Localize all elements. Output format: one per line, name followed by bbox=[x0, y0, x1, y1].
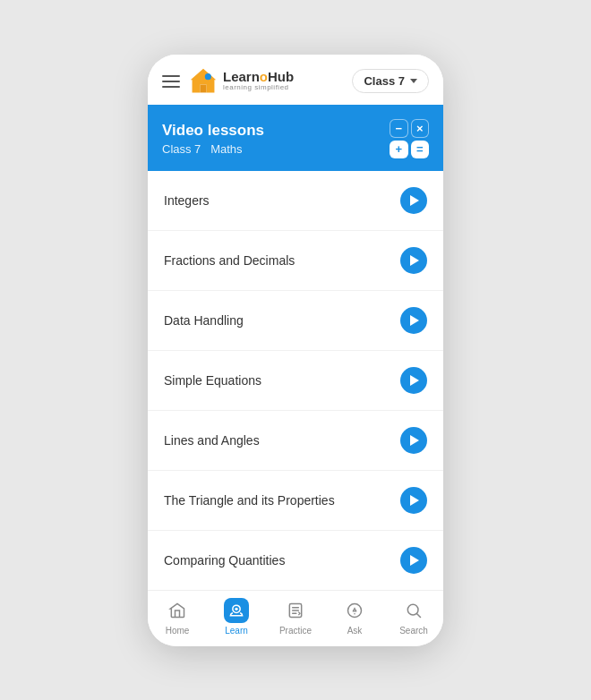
lesson-title: Data Handling bbox=[164, 313, 244, 328]
learn-icon bbox=[224, 598, 249, 623]
banner: Video lessons Class 7 Maths − × + = bbox=[148, 105, 443, 171]
header-left: LearnoHub learning simplified bbox=[162, 67, 294, 96]
ask-icon bbox=[342, 598, 367, 623]
phone-frame: LearnoHub learning simplified Class 7 Vi… bbox=[148, 55, 443, 646]
brand-name: LearnoHub bbox=[223, 70, 294, 85]
brand-learn: Learn bbox=[223, 69, 260, 84]
logo-house-icon bbox=[189, 67, 218, 96]
brand-hub: Hub bbox=[268, 69, 294, 84]
home-icon bbox=[165, 598, 190, 623]
nav-item-search[interactable]: Search bbox=[391, 598, 436, 636]
logo: LearnoHub learning simplified bbox=[189, 67, 294, 96]
svg-point-7 bbox=[348, 603, 362, 617]
list-item[interactable]: Comparing Quantities bbox=[148, 531, 443, 590]
play-button[interactable] bbox=[400, 307, 427, 334]
banner-class: Class 7 bbox=[162, 142, 201, 156]
menu-button[interactable] bbox=[162, 75, 180, 88]
header: LearnoHub learning simplified Class 7 bbox=[148, 55, 443, 105]
nav-label-search: Search bbox=[399, 626, 428, 636]
lesson-title: Lines and Angles bbox=[164, 433, 260, 448]
math-cell-multiply: × bbox=[411, 119, 430, 139]
math-cell-minus: − bbox=[390, 119, 408, 139]
chevron-down-icon bbox=[410, 79, 417, 83]
svg-point-5 bbox=[235, 607, 237, 610]
list-item[interactable]: Data Handling bbox=[148, 291, 443, 351]
play-button[interactable] bbox=[400, 247, 427, 274]
brand-no: o bbox=[260, 69, 268, 84]
svg-point-8 bbox=[354, 612, 355, 614]
lesson-list: Integers Fractions and Decimals Data Han… bbox=[148, 171, 443, 590]
math-icon: − × + = bbox=[390, 119, 429, 158]
play-button[interactable] bbox=[400, 427, 427, 454]
list-item[interactable]: Simple Equations bbox=[148, 351, 443, 411]
list-item[interactable]: The Triangle and its Properties bbox=[148, 471, 443, 531]
lesson-title: Integers bbox=[164, 193, 210, 208]
nav-item-learn[interactable]: Learn bbox=[214, 598, 259, 636]
nav-item-practice[interactable]: Practice bbox=[273, 598, 318, 636]
lesson-title: Fractions and Decimals bbox=[164, 253, 295, 268]
lesson-title: The Triangle and its Properties bbox=[164, 493, 335, 508]
logo-tagline: learning simplified bbox=[223, 84, 294, 92]
play-button[interactable] bbox=[400, 187, 427, 214]
lesson-title: Comparing Quantities bbox=[164, 553, 285, 568]
bottom-nav: Home Learn Practice bbox=[148, 590, 443, 646]
nav-label-ask: Ask bbox=[347, 626, 363, 636]
math-cell-equals: = bbox=[411, 141, 430, 158]
play-button[interactable] bbox=[400, 487, 427, 514]
banner-title: Video lessons bbox=[162, 122, 264, 140]
lesson-title: Simple Equations bbox=[164, 373, 261, 388]
banner-subject: Maths bbox=[210, 142, 242, 156]
math-cell-plus: + bbox=[390, 141, 408, 158]
search-icon bbox=[401, 598, 426, 623]
nav-item-ask[interactable]: Ask bbox=[332, 598, 377, 636]
banner-subtitle: Class 7 Maths bbox=[162, 142, 264, 156]
list-item[interactable]: Lines and Angles bbox=[148, 411, 443, 471]
class-selector[interactable]: Class 7 bbox=[352, 69, 429, 93]
svg-rect-1 bbox=[200, 84, 206, 92]
nav-label-practice: Practice bbox=[279, 626, 312, 636]
nav-label-learn: Learn bbox=[225, 626, 248, 636]
play-button[interactable] bbox=[400, 367, 427, 394]
svg-point-3 bbox=[205, 73, 211, 80]
list-item[interactable]: Integers bbox=[148, 171, 443, 231]
class-label: Class 7 bbox=[364, 74, 405, 88]
logo-text: LearnoHub learning simplified bbox=[223, 70, 294, 92]
nav-item-home[interactable]: Home bbox=[155, 598, 200, 636]
banner-text: Video lessons Class 7 Maths bbox=[162, 122, 264, 156]
list-item[interactable]: Fractions and Decimals bbox=[148, 231, 443, 291]
practice-icon bbox=[283, 598, 308, 623]
play-button[interactable] bbox=[400, 547, 427, 574]
nav-label-home: Home bbox=[166, 626, 190, 636]
